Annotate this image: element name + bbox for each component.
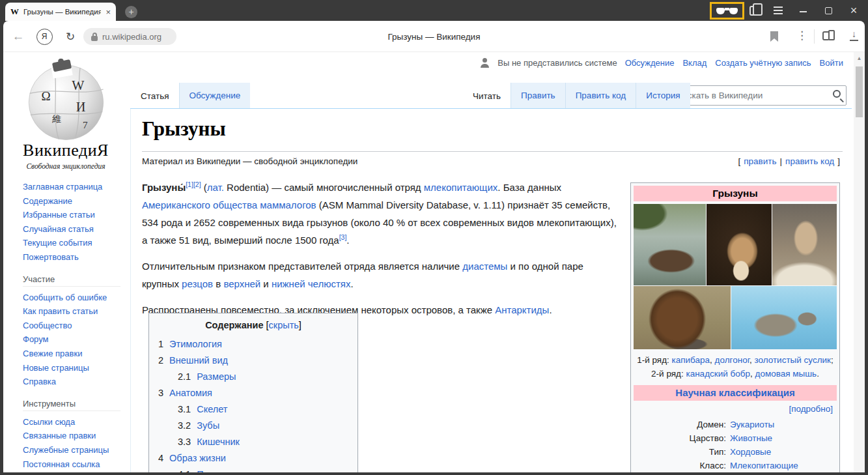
- toc-link[interactable]: Этимология: [169, 339, 222, 349]
- reference-sup[interactable]: [2]: [193, 180, 201, 188]
- sidebar-link[interactable]: Сообщество: [23, 321, 127, 335]
- edit-link[interactable]: править: [744, 156, 776, 166]
- inline-link[interactable]: диастемы: [462, 261, 507, 272]
- inline-link[interactable]: верхней: [223, 278, 260, 289]
- more-options-icon[interactable]: ⋮: [796, 29, 807, 42]
- inline-link[interactable]: млекопитающих: [424, 182, 498, 193]
- maximize-icon[interactable]: [819, 0, 838, 21]
- page-tab[interactable]: Обсуждение: [179, 83, 251, 108]
- sidebar-link[interactable]: Справка: [23, 377, 127, 391]
- bookmark-icon[interactable]: [770, 31, 778, 42]
- toc-link[interactable]: Размеры: [197, 371, 236, 382]
- toc-link[interactable]: Образ жизни: [169, 453, 226, 463]
- userbar-link[interactable]: Вклад: [682, 58, 707, 68]
- userbar-link[interactable]: Обсуждение: [625, 58, 675, 68]
- capybara-photo[interactable]: [634, 204, 706, 285]
- toc-link[interactable]: Кишечник: [197, 437, 240, 447]
- reference-sup[interactable]: [3]: [339, 233, 347, 241]
- toc-item[interactable]: 3Анатомия: [158, 385, 348, 401]
- new-tab-button[interactable]: +: [125, 6, 137, 18]
- springhare-photo[interactable]: [707, 204, 772, 285]
- reference-sup[interactable]: [1]: [186, 180, 193, 188]
- classification-header[interactable]: Научная классификация: [634, 385, 837, 401]
- toc-item[interactable]: 1Этимология: [158, 336, 348, 353]
- sidebar-link[interactable]: Служебные страницы: [23, 445, 127, 459]
- download-icon[interactable]: ↓: [850, 29, 858, 41]
- reference-link[interactable]: [2]: [193, 180, 201, 188]
- minimize-icon[interactable]: [793, 0, 813, 21]
- inline-link[interactable]: домовая мышь: [755, 369, 817, 379]
- side-panel-icon[interactable]: [744, 0, 763, 21]
- scrollbar-thumb[interactable]: [856, 66, 863, 117]
- userbar-link[interactable]: Войти: [820, 58, 843, 68]
- toc-link[interactable]: Зубы: [197, 420, 219, 431]
- golden-squirrel-photo[interactable]: [772, 204, 837, 285]
- details-link[interactable]: [подробно]: [789, 404, 833, 414]
- inline-link[interactable]: Антарктиды: [495, 304, 549, 315]
- page-tab[interactable]: Читать: [463, 83, 511, 109]
- sidebar-link[interactable]: Свежие правки: [23, 349, 127, 363]
- sidebar-link[interactable]: Текущие события: [23, 238, 127, 252]
- inline-link[interactable]: лат.: [207, 182, 224, 193]
- sidebar-link[interactable]: Ссылки сюда: [23, 417, 127, 431]
- house-mouse-photo[interactable]: [731, 286, 837, 349]
- toc-hide-link[interactable]: скрыть: [269, 320, 299, 330]
- sidebar-link[interactable]: Избранные статьи: [23, 210, 127, 224]
- search-icon[interactable]: [833, 90, 841, 98]
- toc-item[interactable]: 3.3Кишечник: [158, 434, 348, 450]
- toc-link[interactable]: Анатомия: [169, 388, 212, 398]
- yandex-icon[interactable]: Я: [35, 21, 54, 52]
- sidebar-link[interactable]: Новые страницы: [23, 363, 127, 377]
- toc-link[interactable]: Внешний вид: [169, 355, 228, 366]
- inline-link[interactable]: золотистый суслик: [754, 355, 831, 365]
- reference-link[interactable]: [1]: [186, 180, 193, 188]
- collections-icon[interactable]: [822, 30, 837, 43]
- beaver-photo[interactable]: [634, 286, 731, 349]
- back-icon[interactable]: ←: [8, 21, 28, 52]
- sidebar-link[interactable]: Связанные правки: [23, 431, 127, 445]
- sidebar-link[interactable]: Содержание: [23, 196, 127, 210]
- inline-link[interactable]: нижней челюстях: [272, 278, 351, 289]
- inline-link[interactable]: резцов: [182, 278, 213, 289]
- page-tab[interactable]: История: [636, 83, 690, 108]
- toc-item[interactable]: 2Внешний вид: [158, 353, 348, 369]
- toc-item[interactable]: 4.1Питание: [158, 467, 348, 472]
- reference-link[interactable]: [3]: [339, 233, 347, 241]
- inline-link[interactable]: капибара: [672, 355, 710, 365]
- sidebar-link[interactable]: Случайная статья: [23, 224, 127, 238]
- taxonomy-value-link[interactable]: Млекопитающие: [730, 459, 837, 472]
- wiki-search-input[interactable]: [674, 85, 847, 106]
- page-tab[interactable]: Править: [511, 83, 565, 108]
- sidebar-link[interactable]: Пожертвовать: [23, 252, 127, 266]
- page-tab[interactable]: Статья: [131, 83, 179, 109]
- sidebar-link[interactable]: Форум: [23, 334, 127, 349]
- taxonomy-value-link[interactable]: Животные: [730, 431, 837, 445]
- menu-icon[interactable]: [768, 0, 788, 21]
- toc-item[interactable]: 3.2Зубы: [158, 418, 348, 434]
- inline-link[interactable]: канадский бобр: [686, 369, 750, 379]
- toc-link[interactable]: Питание: [197, 469, 234, 472]
- refresh-icon[interactable]: ↻: [61, 21, 80, 52]
- wikipedia-globe-logo[interactable]: Ω W И 維 7: [25, 59, 107, 141]
- browser-tab[interactable]: W Грызуны — Википедия ×: [5, 3, 116, 21]
- toc-item[interactable]: 2.1Размеры: [158, 369, 348, 385]
- toc-link[interactable]: Скелет: [197, 404, 227, 414]
- scrollbar[interactable]: ▲: [854, 52, 865, 472]
- inline-link[interactable]: долгоног: [715, 355, 749, 365]
- sidebar-link[interactable]: Постоянная ссылка: [23, 459, 127, 473]
- tab-close-icon[interactable]: ×: [105, 7, 111, 17]
- scroll-up-icon[interactable]: ▲: [854, 52, 865, 61]
- sidebar-link[interactable]: Как править статьи: [23, 306, 127, 321]
- taxonomy-value-link[interactable]: Хордовые: [730, 445, 837, 459]
- taxonomy-value-link[interactable]: Эукариоты: [730, 418, 837, 431]
- userbar-link[interactable]: Создать учётную запись: [715, 58, 811, 68]
- edit-code-link[interactable]: править код: [785, 156, 834, 166]
- toc-item[interactable]: 4Образ жизни: [158, 450, 348, 467]
- inline-link[interactable]: Американского общества маммалогов: [142, 199, 316, 210]
- incognito-glasses-icon[interactable]: [716, 8, 738, 14]
- address-bar[interactable]: ru.wikipedia.org: [83, 28, 176, 45]
- page-tab[interactable]: Править код: [565, 83, 636, 108]
- toc-item[interactable]: 3.1Скелет: [158, 401, 348, 418]
- sidebar-link[interactable]: Заглавная страница: [23, 182, 127, 196]
- close-icon[interactable]: ×: [844, 0, 863, 21]
